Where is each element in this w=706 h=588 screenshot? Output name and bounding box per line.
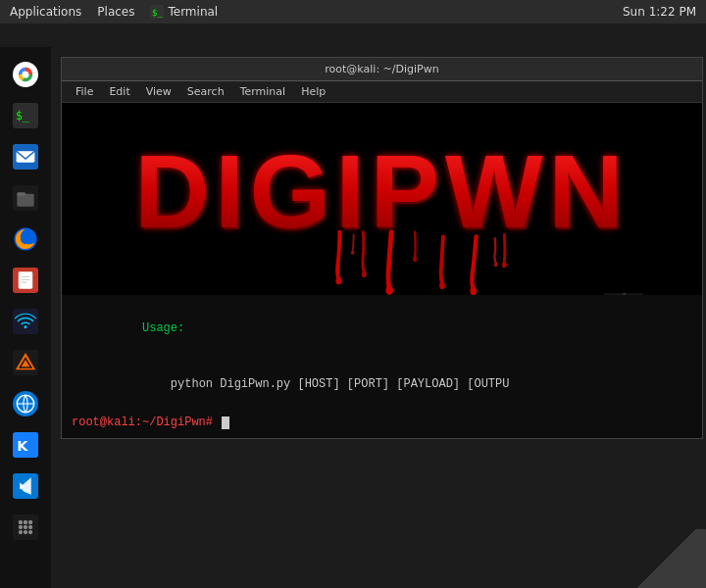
- usage-line: Usage:: [72, 301, 692, 358]
- terminal-menu-label: Terminal: [168, 5, 218, 19]
- chrome-dock-icon[interactable]: [8, 57, 43, 92]
- svg-text:$_: $_: [152, 8, 163, 18]
- search-menu[interactable]: Search: [181, 83, 230, 100]
- svg-point-13: [21, 234, 30, 244]
- applications-menu[interactable]: Applications: [10, 5, 81, 19]
- firefox-dock-icon[interactable]: [8, 221, 43, 257]
- digipwn-banner-svg: DIGIPWN DIGIPWN DIGIPWN: [62, 103, 702, 295]
- terminal-window: root@kali: ~/DigiPwn File Edit View Sear…: [61, 57, 703, 439]
- svg-point-39: [28, 530, 32, 534]
- svg-text:DIGIPWN: DIGIPWN: [135, 133, 630, 249]
- file-menu[interactable]: File: [70, 83, 99, 100]
- svg-point-38: [24, 530, 27, 534]
- svg-point-47: [335, 277, 341, 285]
- terminal-dock-icon[interactable]: $_: [8, 98, 43, 133]
- wifi-dock-icon[interactable]: [8, 304, 43, 339]
- svg-point-32: [24, 520, 27, 524]
- usage-label: Usage:: [142, 321, 184, 335]
- terminal-titlebar: root@kali: ~/DigiPwn: [62, 58, 702, 81]
- terminal-taskbar-icon: $_: [150, 5, 164, 19]
- terminal-content[interactable]: DIGIPWN DIGIPWN DIGIPWN: [62, 103, 702, 438]
- terminal-menu[interactable]: Terminal: [234, 83, 292, 100]
- prompt-text: root@kali:~/DigiPwn#: [72, 414, 220, 432]
- svg-point-33: [28, 520, 32, 524]
- terminal-text: Usage: python DigiPwn.py [HOST] [PORT] […: [62, 295, 702, 438]
- terminal-title: root@kali: ~/DigiPwn: [325, 63, 438, 75]
- svg-point-36: [28, 525, 32, 529]
- usage-command: python DigiPwn.py [HOST] [PORT] [PAYLOAD…: [142, 377, 509, 391]
- system-bar-left: Applications Places $_ Terminal: [10, 5, 218, 19]
- svg-rect-19: [13, 309, 38, 334]
- places-menu[interactable]: Places: [97, 5, 134, 19]
- svg-point-35: [24, 525, 27, 529]
- svg-point-48: [362, 270, 367, 277]
- terminal-menubar: File Edit View Search Terminal Help: [62, 81, 702, 103]
- dock: $_: [0, 47, 51, 588]
- system-bar: Applications Places $_ Terminal Sun 1:22…: [0, 0, 706, 24]
- kali-dock-icon[interactable]: K: [8, 427, 43, 463]
- svg-point-37: [19, 530, 23, 534]
- usage-command-line: python DigiPwn.py [HOST] [PORT] [PAYLOAD…: [72, 357, 692, 414]
- svg-point-53: [502, 262, 507, 268]
- files-dock-icon[interactable]: [8, 180, 43, 216]
- system-clock: Sun 1:22 PM: [623, 5, 696, 19]
- allapps-dock-icon[interactable]: [8, 510, 43, 545]
- svg-point-50: [413, 256, 417, 262]
- vscode-dock-icon[interactable]: [8, 468, 43, 504]
- svg-point-4: [22, 71, 28, 77]
- desktop: $_: [0, 24, 706, 588]
- mail-dock-icon[interactable]: [8, 139, 43, 174]
- cursor: [222, 416, 229, 429]
- svg-point-34: [19, 525, 23, 529]
- terminal-menu-item[interactable]: $_ Terminal: [150, 5, 218, 19]
- svg-text:$_: $_: [16, 109, 29, 122]
- banner-container: DIGIPWN DIGIPWN DIGIPWN: [62, 103, 702, 295]
- help-menu[interactable]: Help: [295, 83, 331, 100]
- browser2-dock-icon[interactable]: [8, 386, 43, 421]
- svg-point-20: [25, 325, 27, 328]
- view-menu[interactable]: View: [140, 83, 177, 100]
- prompt-line: root@kali:~/DigiPwn#: [72, 414, 692, 432]
- corner-decoration: [628, 529, 706, 588]
- svg-point-51: [439, 281, 445, 289]
- svg-rect-15: [19, 271, 32, 288]
- svg-point-54: [351, 251, 355, 255]
- burp-dock-icon[interactable]: [8, 345, 43, 380]
- edit-menu[interactable]: Edit: [103, 83, 135, 100]
- svg-rect-11: [17, 192, 25, 196]
- svg-point-49: [385, 285, 393, 294]
- svg-point-55: [494, 263, 498, 267]
- svg-text:K: K: [17, 438, 28, 454]
- notes-dock-icon[interactable]: [8, 263, 43, 298]
- banner-area: DIGIPWN DIGIPWN DIGIPWN: [62, 103, 702, 295]
- svg-point-31: [19, 520, 23, 524]
